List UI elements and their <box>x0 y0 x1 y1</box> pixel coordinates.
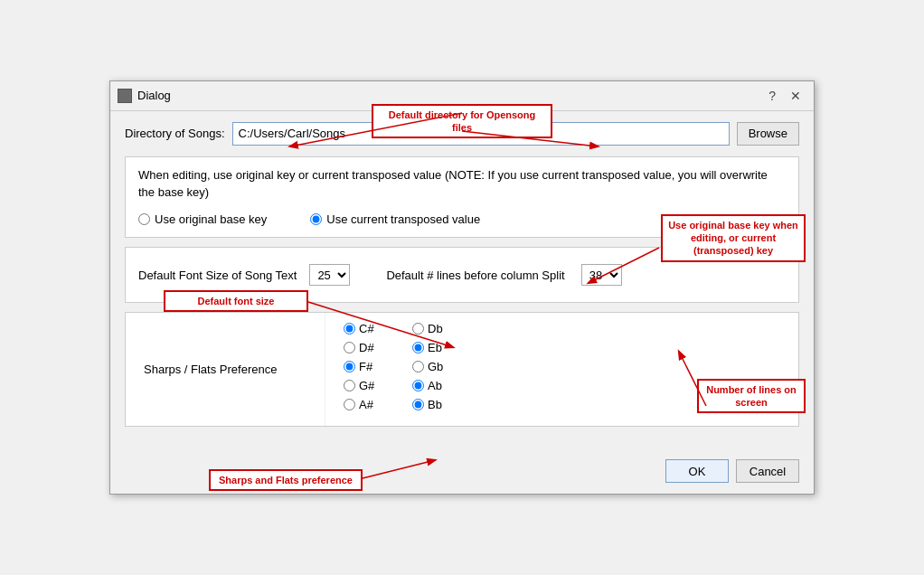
app-icon <box>118 89 132 103</box>
gb-text: Gb <box>428 360 443 373</box>
original-key-text: Use original base key <box>155 211 267 229</box>
help-button[interactable]: ? <box>763 87 781 105</box>
a-sharp-radio[interactable] <box>344 399 355 410</box>
db-radio[interactable] <box>412 323 424 335</box>
eb-radio[interactable] <box>412 342 424 353</box>
font-size-label: Default Font Size of Song Text <box>138 269 297 282</box>
original-key-radio[interactable] <box>138 213 150 225</box>
ab-label[interactable]: Ab <box>412 379 467 392</box>
gb-radio[interactable] <box>412 361 424 372</box>
sharps-title-area: Sharps / Flats Preference <box>126 313 325 426</box>
d-sharp-label[interactable]: D# <box>344 341 398 354</box>
ab-text: Ab <box>428 379 442 392</box>
transposed-key-label[interactable]: Use current transposed value <box>310 211 480 229</box>
titlebar-buttons: ? ✕ <box>763 87 806 105</box>
c-sharp-radio[interactable] <box>344 323 355 335</box>
c-sharp-text: C# <box>359 322 374 335</box>
browse-button[interactable]: Browse <box>737 122 799 146</box>
sharps-row-c: C# Db <box>344 322 780 335</box>
bb-text: Bb <box>428 398 442 411</box>
bb-label[interactable]: Bb <box>412 398 467 411</box>
c-sharp-label[interactable]: C# <box>344 322 398 335</box>
sharps-row-d: D# Eb <box>344 341 780 354</box>
g-sharp-label[interactable]: G# <box>344 379 398 392</box>
split-label: Default # lines before column Split <box>386 269 564 282</box>
bb-radio[interactable] <box>412 399 424 410</box>
ok-button[interactable]: OK <box>665 459 729 483</box>
directory-row: Directory of Songs: Browse <box>125 122 799 146</box>
key-description: When editing, use original key or curren… <box>138 166 786 202</box>
d-sharp-radio[interactable] <box>344 342 355 353</box>
db-label[interactable]: Db <box>412 322 467 335</box>
font-section: Default Font Size of Song Text 25 182022… <box>125 247 799 303</box>
f-sharp-text: F# <box>359 360 372 373</box>
split-select[interactable]: 38 30323436 404244 <box>581 264 622 286</box>
key-radio-row: Use original base key Use current transp… <box>138 211 786 229</box>
eb-text: Eb <box>428 341 442 354</box>
cancel-button[interactable]: Cancel <box>736 459 799 483</box>
gb-label[interactable]: Gb <box>412 360 467 373</box>
sharps-title: Sharps / Flats Preference <box>144 363 277 376</box>
close-button[interactable]: ✕ <box>785 87 806 105</box>
g-sharp-text: G# <box>359 379 374 392</box>
key-section: When editing, use original key or curren… <box>125 156 799 239</box>
titlebar: Dialog ? ✕ <box>110 81 814 111</box>
transposed-key-radio[interactable] <box>310 213 322 225</box>
sharps-row-a: A# Bb <box>344 398 780 411</box>
a-sharp-label[interactable]: A# <box>344 398 398 411</box>
eb-label[interactable]: Eb <box>412 341 467 354</box>
sharps-row-f: F# Gb <box>344 360 780 373</box>
a-sharp-text: A# <box>359 398 373 411</box>
sharps-row-g: G# Ab <box>344 379 780 392</box>
g-sharp-radio[interactable] <box>344 380 355 391</box>
ab-radio[interactable] <box>412 380 424 391</box>
f-sharp-radio[interactable] <box>344 361 355 372</box>
directory-input[interactable] <box>232 122 730 146</box>
original-key-label[interactable]: Use original base key <box>138 211 267 229</box>
dialog-footer: OK Cancel <box>110 450 814 494</box>
transposed-key-text: Use current transposed value <box>326 211 480 229</box>
d-sharp-text: D# <box>359 341 374 354</box>
sharps-section: Sharps / Flats Preference C# Db <box>125 312 799 427</box>
f-sharp-label[interactable]: F# <box>344 360 398 373</box>
db-text: Db <box>428 322 443 335</box>
font-size-select[interactable]: 25 18202224 262830 <box>309 264 350 286</box>
sharps-options: C# Db D# <box>325 313 798 426</box>
directory-label: Directory of Songs: <box>125 127 225 140</box>
dialog-title: Dialog <box>137 89 171 102</box>
